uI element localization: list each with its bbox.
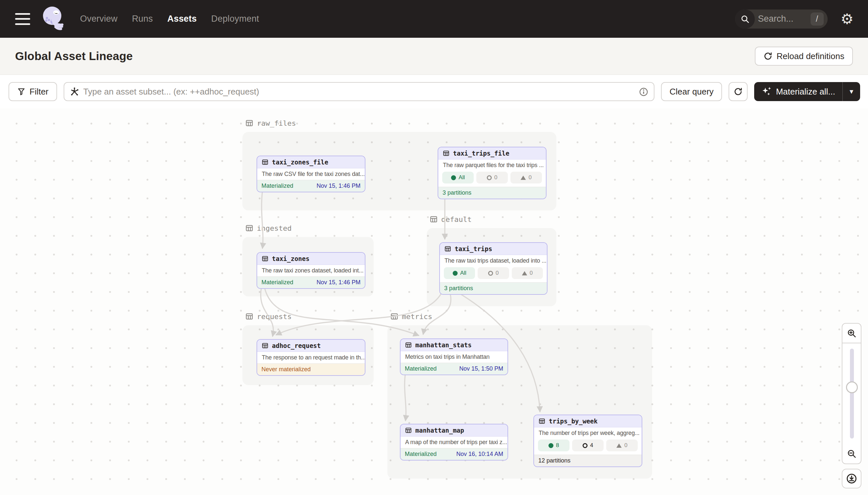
info-icon[interactable]: [639, 87, 649, 97]
table-grid-icon: [405, 427, 412, 434]
zoom-in-button[interactable]: [842, 323, 862, 343]
materialize-all-button[interactable]: Materialize all...: [754, 82, 843, 101]
asset-description: The raw taxi zones dataset, loaded int..…: [257, 265, 365, 276]
refresh-graph-button[interactable]: [729, 82, 748, 101]
op-selector-icon: [70, 87, 79, 97]
search-shortcut-badge: /: [811, 13, 824, 25]
top-nav-bar: OverviewRunsAssetsDeployment / ⚙: [0, 0, 868, 38]
asset-node-header: adhoc_request: [257, 340, 365, 352]
zoom-slider-thumb[interactable]: [846, 381, 858, 393]
asset-status-footer: MaterializedNov 15, 1:46 PM: [257, 276, 365, 288]
asset-node-manhattan_map[interactable]: manhattan_map A map of the number of tri…: [400, 424, 508, 461]
nav-item-overview[interactable]: Overview: [80, 14, 118, 24]
ring-icon: [488, 271, 493, 276]
partition-pill-ring: 0: [476, 172, 508, 184]
partition-pill-triangle: 0: [510, 172, 542, 184]
table-grid-icon: [262, 255, 269, 262]
asset-status-footer: Never materialized: [257, 363, 365, 375]
asset-node-header: manhattan_map: [401, 424, 508, 437]
zoom-in-icon: [847, 328, 856, 338]
partition-pill-circle: 8: [538, 440, 569, 451]
asset-description: The raw parquet files for the taxi trips…: [438, 159, 546, 171]
page-header: Global Asset Lineage Reload definitions: [0, 38, 868, 75]
clear-query-button[interactable]: Clear query: [661, 82, 722, 101]
filter-button[interactable]: Filter: [8, 82, 57, 101]
table-grid-icon: [405, 341, 412, 348]
asset-node-header: taxi_zones_file: [257, 156, 365, 168]
partition-pill-triangle: 0: [606, 440, 638, 451]
table-grid-icon: [538, 417, 546, 425]
asset-timestamp: Nov 15, 1:50 PM: [459, 365, 503, 372]
nav-item-assets[interactable]: Assets: [167, 14, 197, 24]
ring-icon: [487, 175, 492, 180]
refresh-icon: [733, 87, 743, 96]
lineage-toolbar: Filter Clear query Materialize all..: [0, 75, 868, 108]
partition-pill-circle: All: [442, 172, 474, 184]
asset-node-manhattan_stats[interactable]: manhattan_stats Metrics on taxi trips in…: [400, 338, 508, 375]
asset-name: taxi_trips_file: [453, 150, 510, 157]
nav-item-deployment[interactable]: Deployment: [211, 14, 259, 24]
asset-status: Materialized: [405, 451, 437, 458]
asset-name: manhattan_stats: [415, 341, 472, 348]
asset-name: taxi_trips: [455, 245, 492, 252]
partition-health-pills: 8 4 0: [534, 439, 642, 455]
asset-status: 12 partitions: [538, 457, 570, 464]
asset-description: A map of the number of trips per taxi z.…: [401, 437, 508, 448]
nav-item-runs[interactable]: Runs: [132, 14, 153, 24]
asset-node-header: manhattan_stats: [401, 339, 508, 351]
materialize-dropdown-caret[interactable]: ▾: [843, 82, 860, 101]
asset-description: The raw taxi trips dataset, loaded into …: [440, 255, 547, 267]
partition-pill-circle: All: [444, 267, 475, 279]
asset-status-footer: 12 partitions: [534, 455, 642, 466]
asset-description: The response to an request made in th...: [257, 352, 365, 363]
search-input[interactable]: [755, 14, 811, 24]
asset-node-trips_by_week[interactable]: trips_by_week The number of trips per we…: [533, 414, 642, 467]
lineage-canvas: raw_files ingested default requests metr…: [0, 108, 868, 495]
zoom-out-icon: [847, 449, 856, 459]
table-grid-icon: [262, 158, 269, 166]
dagster-logo-icon[interactable]: [41, 5, 66, 33]
asset-description: Metrics on taxi trips in Manhattan: [401, 351, 508, 363]
asset-node-header: taxi_zones: [257, 253, 365, 265]
asset-status: 3 partitions: [444, 285, 473, 292]
partition-pill-triangle: 0: [512, 267, 543, 279]
zoom-slider-track: [850, 348, 854, 439]
asset-name: adhoc_request: [272, 342, 321, 349]
hamburger-menu-icon[interactable]: [15, 13, 30, 25]
asset-node-taxi_zones_file[interactable]: taxi_zones_file The raw CSV file for the…: [256, 156, 366, 192]
asset-node-header: taxi_trips: [440, 243, 547, 255]
reload-definitions-button[interactable]: Reload definitions: [755, 47, 853, 66]
gear-icon[interactable]: ⚙: [841, 12, 854, 26]
zoom-out-button[interactable]: [842, 444, 862, 464]
page-title: Global Asset Lineage: [15, 50, 133, 63]
triangle-icon: [522, 271, 527, 275]
asset-status-footer: MaterializedNov 16, 10:14 AM: [401, 448, 508, 460]
asset-node-header: taxi_trips_file: [438, 148, 546, 159]
zoom-controls: [842, 323, 862, 464]
asset-node-taxi_trips[interactable]: taxi_trips The raw taxi trips dataset, l…: [439, 242, 548, 295]
asset-status: Never materialized: [262, 366, 311, 373]
zoom-slider[interactable]: [842, 343, 862, 444]
asset-subset-input[interactable]: [83, 87, 635, 97]
partition-pill-ring: 4: [572, 440, 604, 451]
ring-icon: [583, 443, 587, 448]
triangle-icon: [520, 176, 526, 180]
materialize-all-split-button: Materialize all... ▾: [754, 82, 860, 101]
asset-status-footer: 3 partitions: [440, 282, 547, 294]
asset-status: Materialized: [262, 279, 293, 286]
asset-status: 3 partitions: [443, 189, 472, 196]
asset-node-taxi_trips_file[interactable]: taxi_trips_file The raw parquet files fo…: [438, 147, 547, 199]
primary-nav: OverviewRunsAssetsDeployment: [80, 14, 259, 24]
table-grid-icon: [262, 342, 269, 349]
asset-node-taxi_zones[interactable]: taxi_zones The raw taxi zones dataset, l…: [256, 252, 366, 289]
global-search[interactable]: /: [735, 10, 828, 29]
asset-node-adhoc_request[interactable]: adhoc_request The response to an request…: [256, 339, 366, 376]
download-image-button[interactable]: [842, 469, 862, 489]
asset-status-footer: 3 partitions: [438, 187, 546, 199]
asset-status-footer: MaterializedNov 15, 1:50 PM: [401, 363, 508, 375]
asset-node-header: trips_by_week: [534, 415, 642, 427]
download-icon: [846, 473, 857, 484]
asset-status: Materialized: [405, 365, 437, 372]
asset-status: Materialized: [262, 183, 293, 189]
table-grid-icon: [443, 150, 450, 157]
